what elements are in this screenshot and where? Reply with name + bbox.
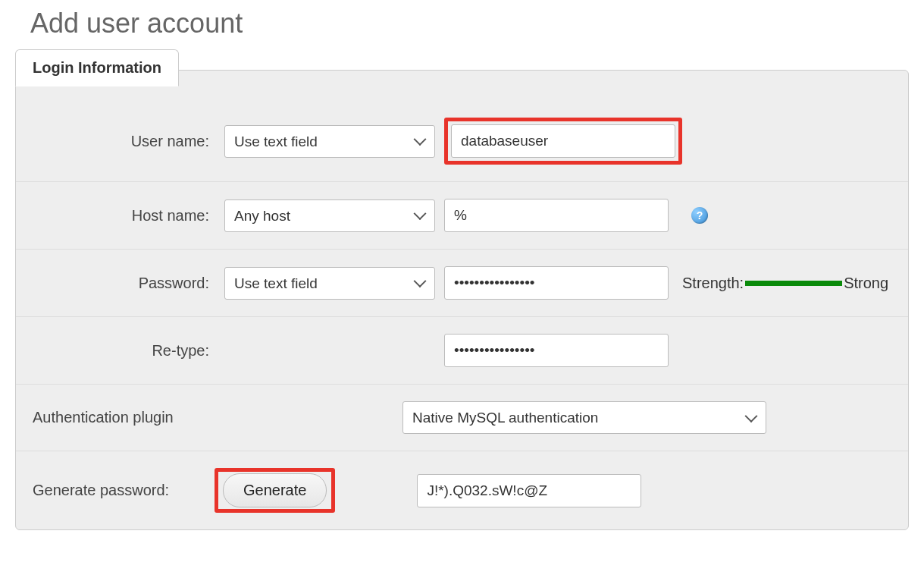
auth-plugin-select-wrap: Native MySQL authentication	[402, 401, 766, 434]
retype-label: Re-type:	[30, 342, 215, 360]
hostname-mode-select[interactable]: Any host	[224, 199, 435, 232]
password-label: Password:	[30, 275, 215, 292]
username-mode-select[interactable]: Use text field	[224, 125, 435, 158]
page-title: Add user account	[30, 8, 909, 39]
strength-value: Strong	[844, 275, 888, 292]
generate-button[interactable]: Generate	[223, 473, 327, 507]
password-mode-select[interactable]: Use text field	[224, 267, 435, 300]
retype-row: Re-type:	[16, 317, 908, 385]
strength-bar	[745, 281, 842, 286]
password-row: Password: Use text field Strength: Stron…	[16, 250, 908, 317]
generate-password-label: Generate password:	[30, 482, 205, 499]
auth-plugin-row: Authentication plugin Native MySQL authe…	[16, 385, 908, 451]
auth-plugin-select[interactable]: Native MySQL authentication	[402, 401, 766, 434]
username-label: User name:	[30, 133, 215, 150]
generate-highlight: Generate	[215, 468, 335, 513]
password-input[interactable]	[444, 266, 669, 300]
auth-plugin-label: Authentication plugin	[30, 409, 393, 426]
help-icon[interactable]: ?	[691, 207, 708, 224]
strength-label: Strength:	[682, 275, 744, 292]
password-strength: Strength: Strong	[682, 275, 888, 292]
fieldset-legend: Login Information	[15, 49, 179, 86]
hostname-row: Host name: Any host ?	[16, 182, 908, 250]
username-highlight	[444, 118, 682, 165]
generate-password-row: Generate password: Generate	[16, 451, 908, 529]
hostname-input[interactable]	[444, 199, 669, 232]
retype-input[interactable]	[444, 334, 669, 367]
username-row: User name: Use text field	[16, 101, 908, 182]
generated-password-output[interactable]	[417, 474, 641, 507]
username-input[interactable]	[451, 124, 675, 158]
hostname-mode-select-wrap: Any host	[224, 199, 435, 232]
login-information-fieldset: Login Information User name: Use text fi…	[15, 70, 909, 530]
hostname-label: Host name:	[30, 207, 215, 225]
username-mode-select-wrap: Use text field	[224, 125, 435, 158]
password-mode-select-wrap: Use text field	[224, 267, 435, 300]
